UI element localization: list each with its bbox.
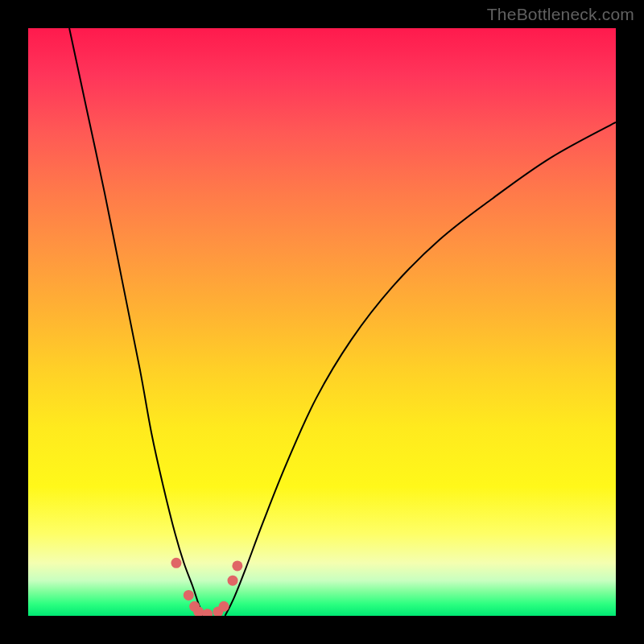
series-left-branch <box>69 28 203 616</box>
marker-point <box>219 601 229 612</box>
watermark-text: TheBottleneck.com <box>487 5 634 24</box>
plot-area <box>28 28 616 616</box>
marker-point <box>232 560 242 571</box>
marker-point <box>228 576 238 586</box>
chart-frame: TheBottleneck.com <box>0 0 644 644</box>
marker-point <box>184 590 194 601</box>
marker-point <box>171 558 181 568</box>
series-right-branch <box>225 122 616 616</box>
bottleneck-curve <box>28 28 616 616</box>
marker-point <box>202 609 213 616</box>
